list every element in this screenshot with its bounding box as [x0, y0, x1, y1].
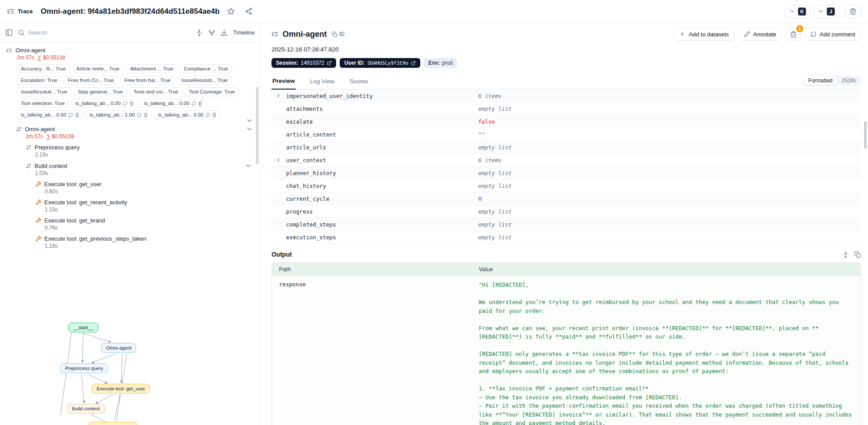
comment-icon	[810, 31, 817, 37]
row-value: 6 items	[473, 157, 861, 164]
score-badge-suffix: {}	[198, 101, 202, 106]
user-id-value: SDAHUSLy9f1CHo	[367, 60, 408, 66]
table-row[interactable]: impersonated_user_identity 6 items	[271, 90, 861, 102]
next-trace-button[interactable]: J	[814, 5, 839, 18]
tool-name: Execute tool: get_brand	[44, 217, 105, 224]
tree-agent-row[interactable]: Omni-agent	[16, 125, 254, 133]
tree-tool-row[interactable]: Execute tool: get_brand 0.76s	[35, 217, 254, 231]
score-badge[interactable]: is_talking_ab... 0.00{}	[140, 99, 206, 108]
graph-node-agent[interactable]: Omni-agent	[101, 343, 136, 353]
tree-scrollbar[interactable]	[256, 87, 259, 164]
chevron-right-icon[interactable]	[275, 93, 281, 99]
comment-icon	[68, 113, 73, 117]
keycap-down: J	[827, 8, 835, 16]
list-tree-icon	[7, 8, 15, 15]
score-badge[interactable]: Attachment ... True	[126, 64, 177, 73]
span-duration: 2.15s	[35, 152, 254, 158]
search-box[interactable]	[18, 29, 190, 36]
chevron-right-icon[interactable]	[275, 157, 281, 163]
download-icon[interactable]	[221, 29, 228, 36]
score-badge[interactable]: is_talking_ab... 0.00{}	[154, 110, 220, 119]
output-path: response	[272, 276, 473, 425]
row-key: impersonated_user_identity	[286, 93, 373, 99]
graph-view-icon[interactable]	[208, 29, 215, 36]
table-row: execution_steps empty list	[271, 231, 861, 244]
score-badge[interactable]: Step generat... True	[74, 87, 127, 96]
collapse-agent-button[interactable]	[246, 125, 253, 133]
env-badge: Env: prod	[424, 58, 457, 68]
root-metrics: 2m 57s ∑ $0.55138	[17, 55, 254, 61]
main-scrollbar[interactable]	[864, 121, 867, 149]
graph-node-partial[interactable]	[89, 422, 137, 425]
tab-preview[interactable]: Preview	[271, 75, 296, 90]
comment-icon	[205, 113, 210, 117]
tab-scores[interactable]: Scores	[349, 75, 369, 89]
star-button[interactable]	[224, 5, 237, 18]
score-badge[interactable]: is_talking_ab... 0.00{}	[17, 110, 83, 119]
score-badge[interactable]: IssueResoluti... True	[17, 87, 71, 96]
tool-name: Execute tool: get_user	[44, 181, 101, 187]
delete-trace-button[interactable]	[845, 5, 861, 18]
page-title: Omni-agent: 9f4a81eb3df983f24d64d511e854…	[41, 7, 220, 16]
tool-duration: 1.15s	[45, 243, 254, 249]
tree-root-row[interactable]: Omni-agent	[6, 47, 254, 54]
collapse-span-button[interactable]	[245, 162, 252, 169]
table-row[interactable]: user_context 6 items	[271, 154, 861, 167]
timeline-toggle[interactable]: Timeline	[233, 29, 255, 36]
tree-tool-row[interactable]: Execute tool: get_recent_activity 1.15s	[35, 199, 254, 213]
graph-node-build-context[interactable]: Build context	[67, 404, 105, 413]
copy-output-icon[interactable]	[854, 251, 861, 258]
prev-trace-button[interactable]: K	[785, 5, 810, 18]
tool-duration: 0.76s	[45, 225, 254, 231]
score-badge[interactable]: Article retrie... True	[73, 64, 124, 73]
score-badge[interactable]: IssueResoluti... True	[177, 76, 232, 85]
env-label: Env:	[428, 60, 440, 66]
trace-tree: Omni-agent 2m 57s ∑ $0.55138 Accuracy - …	[0, 43, 260, 284]
agent-metrics: 2m 57s ∑ $0.55138	[26, 133, 254, 140]
search-icon	[18, 29, 24, 36]
score-badge[interactable]: Escalation: True	[17, 76, 61, 85]
add-comment-button[interactable]: Add comment	[805, 27, 861, 41]
row-key: attachments	[286, 105, 323, 112]
panel-left-icon[interactable]	[5, 29, 13, 36]
graph-node-preprocess[interactable]: Preprocess query	[60, 363, 108, 373]
score-badge-label: Attachment ... True	[130, 66, 173, 71]
tree-tool-row[interactable]: Execute tool: get_previous_steps_taken 1…	[35, 235, 254, 249]
session-badge[interactable]: Session: 14910372	[271, 58, 336, 68]
graph-node-get-user[interactable]: Execute tool: get_user	[92, 384, 150, 394]
top-bar: Trace Omni-agent: 9f4a81eb3df983f24d64d5…	[0, 0, 868, 23]
score-badge[interactable]: Free from hal... True	[120, 76, 174, 85]
score-badge[interactable]: Accuracy - R... True	[17, 64, 70, 73]
score-badge[interactable]: Compliance ... True	[180, 64, 232, 73]
annotate-button[interactable]: Annotate	[738, 27, 782, 41]
score-badge[interactable]: is_talking_ab... 0.00{}	[71, 99, 137, 108]
tree-tool-row[interactable]: Execute tool: get_user 0.82s	[35, 181, 254, 195]
table-row: progress empty list	[271, 205, 861, 218]
expand-all-icon[interactable]	[196, 29, 203, 36]
output-value-header: Value	[473, 266, 860, 273]
score-badge[interactable]: Tool Coverage: True	[185, 87, 239, 96]
expand-section-icon[interactable]	[842, 251, 849, 258]
share-button[interactable]	[242, 5, 255, 18]
score-badge-label: is_talking_ab... 0.00	[158, 112, 203, 117]
tree-span-row[interactable]: Build context 1.03s	[26, 162, 254, 176]
tab-log-view[interactable]: Log View	[309, 75, 335, 89]
trace-tree-sidebar: Timeline Omni-agent 2m 57s ∑ $0.55138 Ac…	[0, 23, 260, 425]
search-input[interactable]	[28, 29, 190, 36]
tree-span-row[interactable]: Preprocess query 2.15s	[26, 144, 254, 158]
copy-id-button[interactable]: ID	[332, 31, 345, 37]
collapse-root-button[interactable]	[246, 117, 253, 124]
graph-edges	[0, 284, 260, 425]
format-formatted[interactable]: Formatted	[804, 76, 837, 85]
score-badge-label: Tool Coverage: True	[189, 89, 235, 94]
score-badges: Accuracy - R... True Article retrie... T…	[17, 64, 240, 119]
score-badge[interactable]: Tool selection: True	[17, 99, 69, 108]
user-id-badge[interactable]: User ID: SDAHUSLy9f1CHo	[340, 58, 420, 68]
format-json[interactable]: JSON	[837, 76, 860, 85]
score-badge[interactable]: is_talking_ab... 1.00{}	[85, 110, 151, 119]
add-to-datasets-button[interactable]: Add to datasets	[674, 27, 734, 41]
score-badge[interactable]: Free from Co... True	[64, 76, 118, 85]
score-badge[interactable]: Tone and voi... True	[129, 87, 182, 96]
annotation-queue-button[interactable]: 1	[786, 27, 801, 41]
graph-node-start[interactable]: __start__	[68, 323, 98, 332]
